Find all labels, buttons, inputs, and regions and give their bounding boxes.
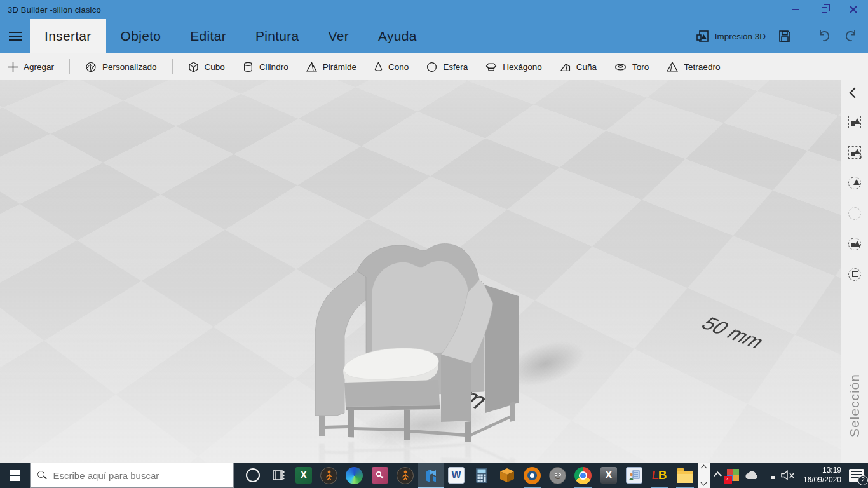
taskbar-scroll-strip [698,463,710,488]
undo-button[interactable] [817,30,831,43]
figure-app-button[interactable] [316,463,342,488]
word-button[interactable]: W [444,463,469,488]
shape-label: Cilindro [259,62,288,72]
select-all-icon[interactable] [848,116,861,128]
custom-mesh-icon [85,62,97,72]
cube-icon [188,62,199,72]
blender-icon [524,467,541,484]
redo-button[interactable] [844,30,858,43]
shape-label: Pirámide [323,62,356,72]
shape-esfera-button[interactable]: Esfera [417,53,477,80]
tray-expand-icon[interactable] [714,471,722,480]
start-button[interactable] [0,463,30,488]
tab-insertar[interactable]: Insertar [30,19,106,53]
tray-app-icon[interactable]: 1 [727,469,740,482]
print-3d-button[interactable]: Impresión 3D [696,30,766,43]
shape-label: Cubo [205,62,225,72]
hamburger-menu-button[interactable] [0,19,30,53]
task-view-icon [271,468,285,482]
restore-icon [822,7,827,13]
shape-label: Hexágono [503,62,542,72]
3d-builder-icon [423,467,438,484]
shape-cubo-button[interactable]: Cubo [179,53,234,80]
custom-shape-button[interactable]: Personalizado [76,53,166,80]
shape-piramide-button[interactable]: Pirámide [297,53,365,80]
cone-icon [374,62,383,72]
folder-icon [677,471,693,483]
shape-label: Tetraedro [684,62,720,72]
object-selection-icon[interactable] [848,268,861,281]
shape-tetraedro-button[interactable]: Tetraedro [658,53,729,80]
window-title: 3D Builder -sillon clasico [8,5,101,15]
menu-divider [804,29,804,43]
3d-builder-button[interactable] [418,463,444,488]
tray-app-badge: 1 [724,476,732,484]
torus-icon [614,62,627,72]
cylinder-icon [243,62,254,72]
figure-app-icon [397,467,414,484]
search-icon [37,470,47,480]
figure-app-2-button[interactable] [393,463,418,488]
x-app-icon: X [600,467,617,484]
blender-button[interactable] [520,463,545,488]
tab-pintura[interactable]: Pintura [241,19,314,53]
edge-button[interactable] [342,463,367,488]
redo-icon [844,30,858,43]
empty-selection-icon[interactable] [848,207,861,220]
file-explorer-button[interactable] [672,463,698,488]
save-icon [778,30,791,43]
invert-selection-icon[interactable] [848,177,861,189]
print-3d-label: Impresión 3D [715,32,766,41]
gimp-button[interactable] [545,463,571,488]
pyramid-icon [306,62,317,72]
cortana-icon [246,468,260,482]
close-button[interactable] [839,0,868,19]
search-input[interactable] [53,470,219,481]
clear-selection-icon[interactable]: × [848,146,861,159]
3d-viewport[interactable]: 50 mm [0,80,841,463]
excel-button[interactable]: X [291,463,316,488]
lb-app-button[interactable]: L B [647,463,672,488]
plus-icon [8,62,18,72]
shape-cuna-button[interactable]: Cuña [551,53,606,80]
add-button[interactable]: Agregar [0,53,63,80]
tab-ayuda[interactable]: Ayuda [363,19,431,53]
onedrive-cloud-icon[interactable] [743,470,760,481]
scroll-down-icon[interactable] [700,480,707,486]
selection-panel-label: Selección [847,374,862,437]
save-button[interactable] [778,30,791,43]
shape-cilindro-button[interactable]: Cilindro [234,53,297,80]
blueprint-app-button[interactable] [621,463,647,488]
taskbar-search[interactable] [30,463,234,488]
cortana-button[interactable] [240,463,266,488]
desktop: 3D Builder -sillon clasico Insertar Obje… [0,0,868,488]
tab-editar[interactable]: Editar [175,19,241,53]
blueprint-person-icon [626,467,642,484]
minimize-button[interactable] [780,0,810,19]
access-button[interactable] [367,463,393,488]
shape-hexagono-button[interactable]: Hexágono [477,53,551,80]
speaker-muted-icon[interactable] [780,470,796,481]
sphere-icon [426,62,437,72]
tab-objeto[interactable]: Objeto [106,19,176,53]
shape-label: Cono [388,62,409,72]
close-icon [850,6,857,13]
calculator-button[interactable] [469,463,494,488]
tray-clock[interactable]: 13:19 16/09/2020 [799,466,845,485]
armchair-model[interactable] [309,239,522,442]
scroll-up-icon[interactable] [700,465,707,471]
chrome-button[interactable] [571,463,596,488]
x-app-button[interactable]: X [596,463,621,488]
tab-ver[interactable]: Ver [314,19,363,53]
display-tray-icon[interactable] [764,471,776,480]
collapse-chevron-icon[interactable] [850,88,860,98]
3d-box-app-button[interactable] [494,463,520,488]
restore-button[interactable] [810,0,839,19]
shape-toro-button[interactable]: Toro [606,53,658,80]
group-selection-icon[interactable] [848,238,861,250]
windows-logo-icon [10,470,20,481]
excel-icon: X [295,467,312,484]
task-view-button[interactable] [266,463,291,488]
shape-cono-button[interactable]: Cono [365,53,417,80]
notification-center-icon[interactable]: 2 [849,469,864,482]
